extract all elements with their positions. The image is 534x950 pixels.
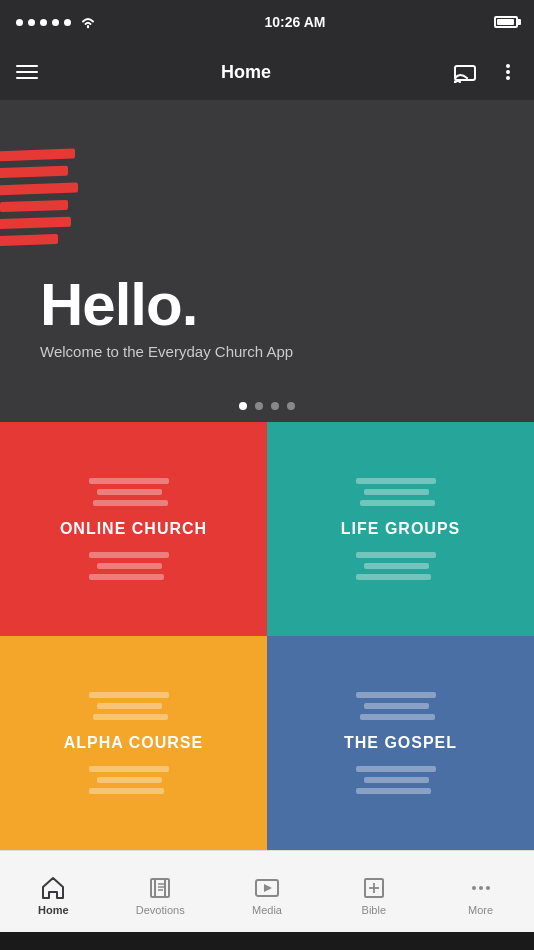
hamburger-button[interactable] xyxy=(16,65,38,79)
bible-icon xyxy=(361,876,387,900)
hero-title: Hello. xyxy=(40,275,534,335)
carousel-dot-3[interactable] xyxy=(271,402,279,410)
media-icon xyxy=(254,876,280,900)
hero-content: Hello. Welcome to the Everyday Church Ap… xyxy=(40,275,534,360)
lines-top-4 xyxy=(356,692,446,720)
grid-cell-life-groups[interactable]: LIFE GROUPS xyxy=(267,422,534,636)
main-grid: ONLINE CHURCH LIFE GROUPS ALPHA COURSE xyxy=(0,422,534,850)
svg-point-4 xyxy=(506,70,510,74)
carousel-dot-1[interactable] xyxy=(239,402,247,410)
hero-subtitle: Welcome to the Everyday Church App xyxy=(40,343,534,360)
svg-rect-7 xyxy=(155,879,169,897)
lines-top-1 xyxy=(89,478,179,506)
tab-more-label: More xyxy=(468,904,493,916)
svg-rect-6 xyxy=(151,879,165,897)
hero-banner: Hello. Welcome to the Everyday Church Ap… xyxy=(0,100,534,390)
carousel-dots xyxy=(0,390,534,422)
svg-marker-12 xyxy=(264,884,272,892)
cast-icon[interactable] xyxy=(454,61,480,83)
life-groups-label: LIFE GROUPS xyxy=(341,520,460,538)
wifi-icon xyxy=(80,16,96,29)
svg-point-16 xyxy=(472,886,476,890)
more-icon[interactable] xyxy=(498,61,518,83)
nav-bar: Home xyxy=(0,44,534,100)
svg-point-18 xyxy=(486,886,490,890)
hero-decoration xyxy=(0,150,80,245)
carousel-dot-2[interactable] xyxy=(255,402,263,410)
more-dots-icon xyxy=(468,876,494,900)
grid-cell-the-gospel[interactable]: THE GOSPEL xyxy=(267,636,534,850)
signal-dot-5 xyxy=(64,19,71,26)
svg-point-0 xyxy=(87,25,89,27)
tab-media-label: Media xyxy=(252,904,282,916)
lines-top-2 xyxy=(356,478,446,506)
lines-bottom-4 xyxy=(356,766,446,794)
lines-bottom-1 xyxy=(89,552,179,580)
devotions-icon xyxy=(147,876,173,900)
tab-bible-label: Bible xyxy=(362,904,386,916)
alpha-course-label: ALPHA COURSE xyxy=(64,734,203,752)
signal-dot-2 xyxy=(28,19,35,26)
svg-point-3 xyxy=(506,64,510,68)
nav-title: Home xyxy=(221,62,271,83)
signal-dot-4 xyxy=(52,19,59,26)
svg-point-5 xyxy=(506,76,510,80)
home-icon xyxy=(40,876,66,900)
nav-icons xyxy=(454,61,518,83)
svg-rect-1 xyxy=(455,66,475,80)
status-left xyxy=(16,16,96,29)
grid-cell-online-church[interactable]: ONLINE CHURCH xyxy=(0,422,267,636)
tab-home-label: Home xyxy=(38,904,69,916)
tab-devotions-label: Devotions xyxy=(136,904,185,916)
online-church-label: ONLINE CHURCH xyxy=(60,520,207,538)
tab-devotions[interactable]: Devotions xyxy=(107,851,214,932)
grid-cell-alpha-course[interactable]: ALPHA COURSE xyxy=(0,636,267,850)
status-time: 10:26 AM xyxy=(265,14,326,30)
tab-home[interactable]: Home xyxy=(0,851,107,932)
carousel-dot-4[interactable] xyxy=(287,402,295,410)
lines-bottom-2 xyxy=(356,552,446,580)
tab-bar: Home Devotions Media Bible xyxy=(0,850,534,932)
status-bar: 10:26 AM xyxy=(0,0,534,44)
battery-icon xyxy=(494,16,518,28)
lines-bottom-3 xyxy=(89,766,179,794)
svg-point-17 xyxy=(479,886,483,890)
tab-more[interactable]: More xyxy=(427,851,534,932)
signal-dot-3 xyxy=(40,19,47,26)
the-gospel-label: THE GOSPEL xyxy=(344,734,457,752)
tab-bible[interactable]: Bible xyxy=(320,851,427,932)
signal-dot-1 xyxy=(16,19,23,26)
lines-top-3 xyxy=(89,692,179,720)
tab-media[interactable]: Media xyxy=(214,851,321,932)
